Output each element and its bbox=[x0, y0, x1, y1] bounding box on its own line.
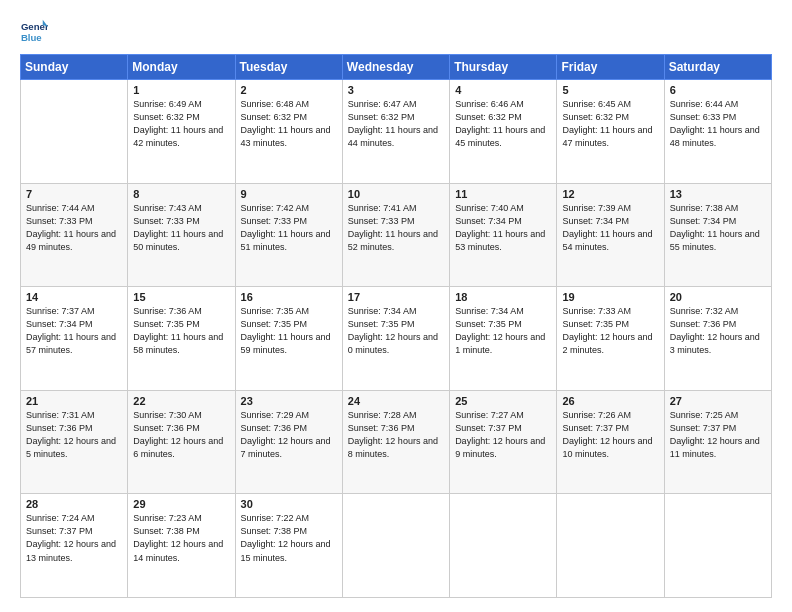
calendar-cell: 17Sunrise: 7:34 AMSunset: 7:35 PMDayligh… bbox=[342, 287, 449, 391]
calendar-table: SundayMondayTuesdayWednesdayThursdayFrid… bbox=[20, 54, 772, 598]
day-info: Sunrise: 7:37 AMSunset: 7:34 PMDaylight:… bbox=[26, 305, 122, 357]
calendar-cell: 29Sunrise: 7:23 AMSunset: 7:38 PMDayligh… bbox=[128, 494, 235, 598]
calendar-cell: 22Sunrise: 7:30 AMSunset: 7:36 PMDayligh… bbox=[128, 390, 235, 494]
day-info: Sunrise: 7:33 AMSunset: 7:35 PMDaylight:… bbox=[562, 305, 658, 357]
day-info: Sunrise: 7:27 AMSunset: 7:37 PMDaylight:… bbox=[455, 409, 551, 461]
calendar-cell: 21Sunrise: 7:31 AMSunset: 7:36 PMDayligh… bbox=[21, 390, 128, 494]
day-info: Sunrise: 7:25 AMSunset: 7:37 PMDaylight:… bbox=[670, 409, 766, 461]
calendar-cell: 5Sunrise: 6:45 AMSunset: 6:32 PMDaylight… bbox=[557, 80, 664, 184]
calendar-week-3: 21Sunrise: 7:31 AMSunset: 7:36 PMDayligh… bbox=[21, 390, 772, 494]
day-number: 2 bbox=[241, 84, 337, 96]
calendar-cell: 15Sunrise: 7:36 AMSunset: 7:35 PMDayligh… bbox=[128, 287, 235, 391]
day-info: Sunrise: 7:23 AMSunset: 7:38 PMDaylight:… bbox=[133, 512, 229, 564]
day-number: 9 bbox=[241, 188, 337, 200]
weekday-header-sunday: Sunday bbox=[21, 55, 128, 80]
calendar-cell bbox=[664, 494, 771, 598]
weekday-header-saturday: Saturday bbox=[664, 55, 771, 80]
calendar-week-1: 7Sunrise: 7:44 AMSunset: 7:33 PMDaylight… bbox=[21, 183, 772, 287]
calendar-cell: 14Sunrise: 7:37 AMSunset: 7:34 PMDayligh… bbox=[21, 287, 128, 391]
day-number: 4 bbox=[455, 84, 551, 96]
calendar-cell: 16Sunrise: 7:35 AMSunset: 7:35 PMDayligh… bbox=[235, 287, 342, 391]
day-number: 21 bbox=[26, 395, 122, 407]
calendar-cell: 12Sunrise: 7:39 AMSunset: 7:34 PMDayligh… bbox=[557, 183, 664, 287]
calendar-cell bbox=[21, 80, 128, 184]
calendar-body: 1Sunrise: 6:49 AMSunset: 6:32 PMDaylight… bbox=[21, 80, 772, 598]
day-number: 25 bbox=[455, 395, 551, 407]
day-number: 26 bbox=[562, 395, 658, 407]
calendar-cell: 13Sunrise: 7:38 AMSunset: 7:34 PMDayligh… bbox=[664, 183, 771, 287]
weekday-header-tuesday: Tuesday bbox=[235, 55, 342, 80]
day-number: 27 bbox=[670, 395, 766, 407]
header: General Blue bbox=[20, 18, 772, 46]
calendar-cell: 7Sunrise: 7:44 AMSunset: 7:33 PMDaylight… bbox=[21, 183, 128, 287]
day-info: Sunrise: 7:36 AMSunset: 7:35 PMDaylight:… bbox=[133, 305, 229, 357]
weekday-header-friday: Friday bbox=[557, 55, 664, 80]
calendar-week-4: 28Sunrise: 7:24 AMSunset: 7:37 PMDayligh… bbox=[21, 494, 772, 598]
calendar-cell: 11Sunrise: 7:40 AMSunset: 7:34 PMDayligh… bbox=[450, 183, 557, 287]
calendar-cell bbox=[557, 494, 664, 598]
day-info: Sunrise: 7:28 AMSunset: 7:36 PMDaylight:… bbox=[348, 409, 444, 461]
day-number: 11 bbox=[455, 188, 551, 200]
day-number: 19 bbox=[562, 291, 658, 303]
day-info: Sunrise: 6:47 AMSunset: 6:32 PMDaylight:… bbox=[348, 98, 444, 150]
day-info: Sunrise: 7:41 AMSunset: 7:33 PMDaylight:… bbox=[348, 202, 444, 254]
day-info: Sunrise: 6:46 AMSunset: 6:32 PMDaylight:… bbox=[455, 98, 551, 150]
day-info: Sunrise: 7:38 AMSunset: 7:34 PMDaylight:… bbox=[670, 202, 766, 254]
calendar-header: SundayMondayTuesdayWednesdayThursdayFrid… bbox=[21, 55, 772, 80]
day-info: Sunrise: 7:35 AMSunset: 7:35 PMDaylight:… bbox=[241, 305, 337, 357]
logo-icon: General Blue bbox=[20, 18, 48, 46]
calendar-cell: 8Sunrise: 7:43 AMSunset: 7:33 PMDaylight… bbox=[128, 183, 235, 287]
day-number: 1 bbox=[133, 84, 229, 96]
svg-text:Blue: Blue bbox=[21, 32, 42, 43]
day-number: 24 bbox=[348, 395, 444, 407]
calendar-week-0: 1Sunrise: 6:49 AMSunset: 6:32 PMDaylight… bbox=[21, 80, 772, 184]
logo: General Blue bbox=[20, 18, 52, 46]
day-number: 18 bbox=[455, 291, 551, 303]
day-info: Sunrise: 7:24 AMSunset: 7:37 PMDaylight:… bbox=[26, 512, 122, 564]
day-number: 5 bbox=[562, 84, 658, 96]
calendar-week-2: 14Sunrise: 7:37 AMSunset: 7:34 PMDayligh… bbox=[21, 287, 772, 391]
calendar-cell: 3Sunrise: 6:47 AMSunset: 6:32 PMDaylight… bbox=[342, 80, 449, 184]
weekday-header-wednesday: Wednesday bbox=[342, 55, 449, 80]
day-info: Sunrise: 7:30 AMSunset: 7:36 PMDaylight:… bbox=[133, 409, 229, 461]
day-number: 13 bbox=[670, 188, 766, 200]
day-info: Sunrise: 7:39 AMSunset: 7:34 PMDaylight:… bbox=[562, 202, 658, 254]
calendar-cell: 18Sunrise: 7:34 AMSunset: 7:35 PMDayligh… bbox=[450, 287, 557, 391]
day-info: Sunrise: 6:45 AMSunset: 6:32 PMDaylight:… bbox=[562, 98, 658, 150]
day-number: 3 bbox=[348, 84, 444, 96]
calendar-cell: 4Sunrise: 6:46 AMSunset: 6:32 PMDaylight… bbox=[450, 80, 557, 184]
calendar-cell: 20Sunrise: 7:32 AMSunset: 7:36 PMDayligh… bbox=[664, 287, 771, 391]
weekday-header-thursday: Thursday bbox=[450, 55, 557, 80]
calendar-cell: 27Sunrise: 7:25 AMSunset: 7:37 PMDayligh… bbox=[664, 390, 771, 494]
day-info: Sunrise: 7:40 AMSunset: 7:34 PMDaylight:… bbox=[455, 202, 551, 254]
calendar-cell: 30Sunrise: 7:22 AMSunset: 7:38 PMDayligh… bbox=[235, 494, 342, 598]
calendar-cell bbox=[450, 494, 557, 598]
day-info: Sunrise: 6:48 AMSunset: 6:32 PMDaylight:… bbox=[241, 98, 337, 150]
day-info: Sunrise: 7:31 AMSunset: 7:36 PMDaylight:… bbox=[26, 409, 122, 461]
day-number: 14 bbox=[26, 291, 122, 303]
day-info: Sunrise: 7:22 AMSunset: 7:38 PMDaylight:… bbox=[241, 512, 337, 564]
weekday-header-monday: Monday bbox=[128, 55, 235, 80]
day-number: 17 bbox=[348, 291, 444, 303]
day-number: 29 bbox=[133, 498, 229, 510]
day-number: 15 bbox=[133, 291, 229, 303]
day-info: Sunrise: 7:43 AMSunset: 7:33 PMDaylight:… bbox=[133, 202, 229, 254]
day-info: Sunrise: 6:44 AMSunset: 6:33 PMDaylight:… bbox=[670, 98, 766, 150]
calendar-cell: 25Sunrise: 7:27 AMSunset: 7:37 PMDayligh… bbox=[450, 390, 557, 494]
day-info: Sunrise: 7:44 AMSunset: 7:33 PMDaylight:… bbox=[26, 202, 122, 254]
day-info: Sunrise: 7:32 AMSunset: 7:36 PMDaylight:… bbox=[670, 305, 766, 357]
day-info: Sunrise: 7:29 AMSunset: 7:36 PMDaylight:… bbox=[241, 409, 337, 461]
calendar-cell: 6Sunrise: 6:44 AMSunset: 6:33 PMDaylight… bbox=[664, 80, 771, 184]
day-number: 30 bbox=[241, 498, 337, 510]
day-number: 23 bbox=[241, 395, 337, 407]
day-number: 20 bbox=[670, 291, 766, 303]
page: General Blue SundayMondayTuesdayWednesda… bbox=[0, 0, 792, 612]
day-info: Sunrise: 6:49 AMSunset: 6:32 PMDaylight:… bbox=[133, 98, 229, 150]
day-info: Sunrise: 7:42 AMSunset: 7:33 PMDaylight:… bbox=[241, 202, 337, 254]
day-info: Sunrise: 7:26 AMSunset: 7:37 PMDaylight:… bbox=[562, 409, 658, 461]
calendar-cell: 28Sunrise: 7:24 AMSunset: 7:37 PMDayligh… bbox=[21, 494, 128, 598]
day-number: 16 bbox=[241, 291, 337, 303]
calendar-cell: 24Sunrise: 7:28 AMSunset: 7:36 PMDayligh… bbox=[342, 390, 449, 494]
calendar-cell: 1Sunrise: 6:49 AMSunset: 6:32 PMDaylight… bbox=[128, 80, 235, 184]
calendar-cell: 9Sunrise: 7:42 AMSunset: 7:33 PMDaylight… bbox=[235, 183, 342, 287]
